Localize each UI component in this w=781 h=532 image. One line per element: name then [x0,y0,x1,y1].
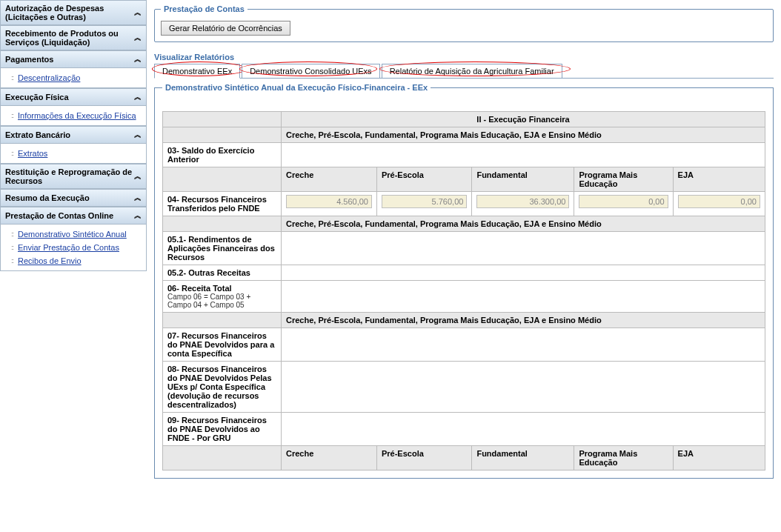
menu-header-extrato[interactable]: Extrato Bancário︽ [0,126,147,144]
fieldset-legend: Prestação de Contas [161,4,247,13]
inner-legend: Demonstrativo Sintético Anual da Execuçã… [162,83,431,92]
report-table: II - Execução Financeira Creche, Pré-Esc… [162,111,765,471]
gerar-relatorio-button[interactable]: Gerar Relatório de Ocorrências [161,21,290,36]
col-creche: Creche [282,167,377,192]
tab-demonstrativo-consolidado[interactable]: Demonstrativo Consolidado UExs [242,64,379,78]
sidebar-item-demonstrativo-sintetico[interactable]: Demonstrativo Sintético Anual [1,227,146,241]
sidebar-item-extratos[interactable]: Extratos [1,147,146,160]
table-row: 04- Recursos Financeiros Transferidos pe… [163,192,765,216]
menu-header-autorizacao[interactable]: Autorização de Despesas (Licitações e Ou… [0,0,147,25]
col-mais-educacao: Programa Mais Educação [574,167,673,192]
tab-relatorio-agricultura[interactable]: Relatório de Aquisição da Agricultura Fa… [382,64,562,78]
group-header: Creche, Pré-Escola, Fundamental, Program… [282,127,765,143]
demonstrativo-fieldset: Demonstrativo Sintético Anual da Execuçã… [154,83,774,479]
chevron-up-icon: ︽ [134,54,142,64]
prestacao-fieldset: Prestação de Contas Gerar Relatório de O… [154,4,774,42]
tabs-row: Demonstrativo EEx Demonstrativo Consolid… [154,64,774,79]
sidebar-item-descentralizacao[interactable]: Descentralização [1,71,146,84]
value-input [286,195,372,208]
value-input [579,195,668,208]
table-row: 05.1- Rendimentos de Aplicações Financei… [163,232,765,265]
sidebar-item-recibos-envio[interactable]: Recibos de Envio [1,254,146,267]
col-pre-escola: Pré-Escola [376,167,471,192]
chevron-up-icon: ︽ [134,193,142,203]
column-header-row: Creche Pré-Escola Fundamental Programa M… [163,446,765,471]
table-row: 05.2- Outras Receitas [163,265,765,281]
table-row: 08- Recursos Financeiros do PNAE Devolvi… [163,362,765,413]
col-fundamental: Fundamental [472,167,574,192]
value-input [476,195,569,208]
table-row: 06- Receita Total Campo 06 = Campo 03 + … [163,281,765,313]
menu-header-prestacao-online[interactable]: Prestação de Contas Online︽ [0,207,147,225]
chevron-up-icon: ︽ [134,210,142,221]
sidebar-item-informacoes-execucao[interactable]: Informações da Execução Física [1,109,146,122]
chevron-up-icon: ︽ [134,171,142,182]
chevron-up-icon: ︽ [134,7,142,18]
menu-header-execucao-fisica[interactable]: Execução Física︽ [0,88,147,106]
sidebar: Autorização de Despesas (Licitações e Ou… [0,0,147,479]
group-header: Creche, Pré-Escola, Fundamental, Program… [282,313,765,328]
main-content: Prestação de Contas Gerar Relatório de O… [147,0,781,479]
column-header-row: Creche Pré-Escola Fundamental Programa M… [163,167,765,192]
group-header: Creche, Pré-Escola, Fundamental, Program… [282,216,765,232]
visualizar-label: Visualizar Relatórios [154,53,774,61]
value-input [382,195,467,208]
chevron-up-icon: ︽ [134,33,142,43]
table-section-title: II - Execução Financeira [282,112,765,127]
menu-header-pagamentos[interactable]: Pagamentos︽ [0,50,147,68]
chevron-up-icon: ︽ [134,130,142,140]
chevron-up-icon: ︽ [134,92,142,102]
tab-demonstrativo-eex[interactable]: Demonstrativo EEx [154,64,240,79]
table-row: 09- Recursos Financeiros do PNAE Devolvi… [163,413,765,446]
value-input [678,195,760,208]
sidebar-item-enviar-prestacao[interactable]: Enviar Prestação de Contas [1,241,146,254]
table-row: 07- Recursos Financeiros do PNAE Devolvi… [163,328,765,362]
menu-header-restituicao[interactable]: Restituição e Reprogramação de Recursos︽ [0,164,147,189]
table-row: 03- Saldo do Exercício Anterior [163,143,765,167]
col-eja: EJA [673,167,765,192]
menu-header-resumo[interactable]: Resumo da Execução︽ [0,189,147,207]
menu-header-recebimento[interactable]: Recebimento de Produtos ou Serviços (Liq… [0,25,147,50]
